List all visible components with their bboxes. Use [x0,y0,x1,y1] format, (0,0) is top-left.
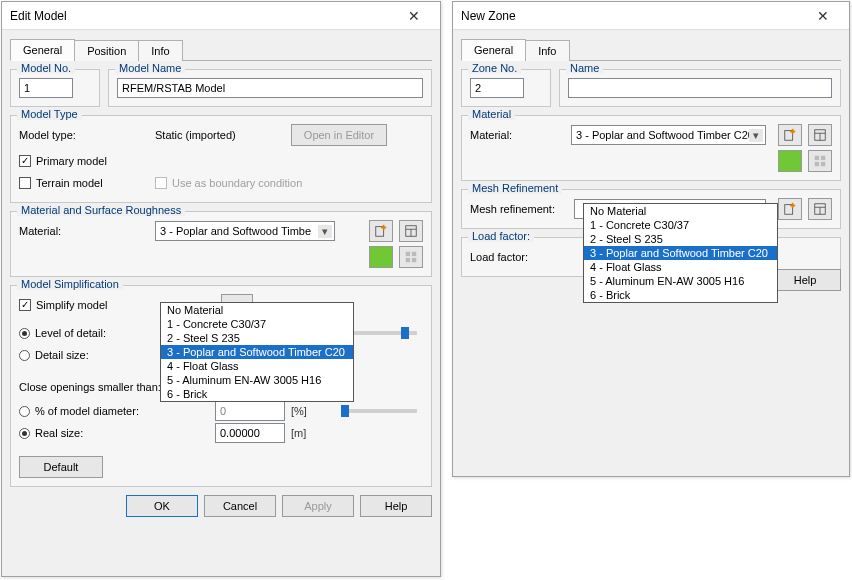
dropdown-option[interactable]: 5 - Aluminum EN-AW 3005 H16 [161,373,353,387]
grid-icon [404,250,418,264]
real-size-unit: [m] [291,427,315,439]
real-size-label: Real size: [35,427,83,439]
terrain-model-label: Terrain model [36,177,103,189]
pct-diameter-input [215,401,285,421]
level-of-detail-label: Level of detail: [35,327,106,339]
svg-rect-19 [821,162,825,166]
group-title-material: Material and Surface Roughness [17,204,185,216]
tab-info[interactable]: Info [138,40,182,61]
library-icon [813,202,827,216]
grid-icon [813,154,827,168]
tab-general[interactable]: General [10,39,75,61]
material-color-swatch[interactable] [778,150,802,172]
svg-rect-6 [406,252,410,256]
dropdown-option[interactable]: 5 - Aluminum EN-AW 3005 H16 [584,274,777,288]
svg-rect-18 [815,162,819,166]
tab-general[interactable]: General [461,39,526,61]
model-type-value: Static (imported) [155,129,285,141]
terrain-model-checkbox[interactable]: Terrain model [19,177,149,189]
primary-model-checkbox[interactable]: ✓Primary model [19,155,107,167]
tabstrip: General Position Info [10,38,432,61]
pct-diameter-slider[interactable] [341,409,417,413]
material-label: Material: [470,129,565,141]
pct-diameter-radio[interactable]: % of model diameter: [19,405,209,417]
library-icon [813,128,827,142]
dropdown-option[interactable]: 1 - Concrete C30/37 [584,218,777,232]
real-size-input[interactable] [215,423,285,443]
dropdown-option[interactable]: 4 - Float Glass [161,359,353,373]
boundary-label: Use as boundary condition [172,177,302,189]
group-title-model-no: Model No. [17,62,75,74]
edit-model-title: Edit Model [10,9,396,23]
group-title-mesh: Mesh Refinement [468,182,562,194]
dropdown-option[interactable]: 2 - Steel S 235 [584,232,777,246]
dropdown-option[interactable]: 6 - Brick [161,387,353,401]
material-new-button[interactable] [778,124,802,146]
help-button[interactable]: Help [360,495,432,517]
dropdown-option[interactable]: No Material [584,204,777,218]
level-of-detail-slider[interactable] [343,331,417,335]
svg-rect-7 [412,252,416,256]
dropdown-option[interactable]: No Material [161,303,353,317]
dropdown-option[interactable]: 4 - Float Glass [584,260,777,274]
help-button[interactable]: Help [769,269,841,291]
zone-name-input[interactable] [568,78,832,98]
edit-model-dialog: Edit Model ✕ General Position Info Model… [1,1,441,577]
pct-diameter-unit: [%] [291,405,315,417]
boundary-checkbox: Use as boundary condition [155,177,302,189]
material-edit-button[interactable] [808,150,832,172]
dropdown-option[interactable]: 6 - Brick [584,288,777,302]
zone-no-input[interactable] [470,78,524,98]
pct-diameter-label: % of model diameter: [35,405,139,417]
tab-info[interactable]: Info [525,40,569,61]
tabstrip: General Info [461,38,841,61]
material-dropdown-list[interactable]: No Material1 - Concrete C30/372 - Steel … [160,302,354,402]
group-title-model-name: Model Name [115,62,185,74]
group-title-zone-no: Zone No. [468,62,521,74]
simplify-model-label: Simplify model [36,299,108,311]
new-zone-titlebar: New Zone ✕ [453,2,849,30]
model-no-input[interactable] [19,78,73,98]
material-library-button[interactable] [399,220,423,242]
material-edit-button[interactable] [399,246,423,268]
material-combo-value: 3 - Poplar and Softwood Timbe [160,225,318,237]
dropdown-option[interactable]: 3 - Poplar and Softwood Timber C20 [161,345,353,359]
mesh-edit-button[interactable] [808,198,832,220]
material-combo[interactable]: 3 - Poplar and Softwood Timbe ▾ [155,221,335,241]
dropdown-option[interactable]: 1 - Concrete C30/37 [161,317,353,331]
chevron-down-icon: ▾ [318,225,332,238]
tab-position[interactable]: Position [74,40,139,61]
ok-button[interactable]: OK [126,495,198,517]
model-type-label: Model type: [19,129,149,141]
cancel-button[interactable]: Cancel [204,495,276,517]
new-icon [783,202,797,216]
mesh-new-button[interactable] [778,198,802,220]
material-combo[interactable]: 3 - Poplar and Softwood Timber C20 ▾ [571,125,766,145]
edit-model-titlebar: Edit Model ✕ [2,2,440,30]
new-icon [374,224,388,238]
material-combo-value: 3 - Poplar and Softwood Timber C20 [576,129,749,141]
material-library-button[interactable] [808,124,832,146]
apply-button[interactable]: Apply [282,495,354,517]
group-title-material: Material [468,108,515,120]
group-title-load-factor: Load factor: [468,230,534,242]
material-color-swatch[interactable] [369,246,393,268]
mesh-refinement-label: Mesh refinement: [470,203,568,215]
default-button[interactable]: Default [19,456,103,478]
group-title-simplification: Model Simplification [17,278,123,290]
close-openings-label: Close openings smaller than: [19,381,161,393]
close-icon[interactable]: ✕ [805,5,841,27]
material-new-button[interactable] [369,220,393,242]
svg-rect-16 [815,156,819,160]
new-zone-dialog: New Zone ✕ General Info Zone No. Name Ma… [452,1,850,477]
svg-rect-8 [406,258,410,262]
real-size-radio[interactable]: Real size: [19,427,209,439]
material-label: Material: [19,225,149,237]
model-name-input[interactable] [117,78,423,98]
material-dropdown-list[interactable]: No Material1 - Concrete C30/372 - Steel … [583,203,778,303]
dropdown-option[interactable]: 2 - Steel S 235 [161,331,353,345]
dropdown-option[interactable]: 3 - Poplar and Softwood Timber C20 [584,246,777,260]
svg-rect-9 [412,258,416,262]
open-in-editor-button[interactable]: Open in Editor [291,124,387,146]
close-icon[interactable]: ✕ [396,5,432,27]
